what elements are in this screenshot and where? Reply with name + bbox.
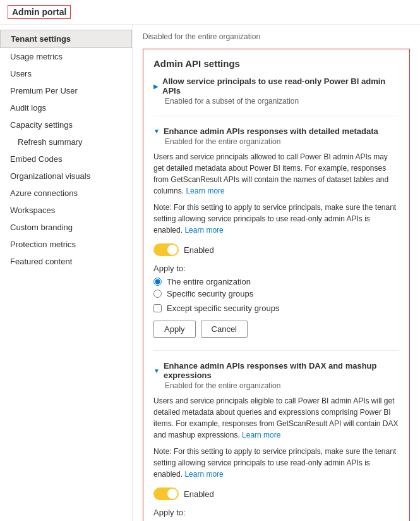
content-area: Disabled for the entire organization Adm…: [133, 25, 420, 521]
setting2-toggle-label: Enabled: [184, 245, 214, 255]
setting2-status: Enabled for the entire organization: [165, 137, 399, 146]
sidebar-item-protection-metrics[interactable]: Protection metrics: [0, 236, 132, 253]
setting2-except-groups: Except specific security groups: [153, 303, 399, 313]
sidebar-item-azure-connections[interactable]: Azure connections: [0, 185, 132, 202]
setting1-name: Allow service principals to use read-onl…: [162, 77, 399, 95]
setting2-name: Enhance admin APIs responses with detail…: [164, 126, 378, 136]
setting3-header[interactable]: ▼ Enhance admin APIs responses with DAX …: [153, 361, 399, 380]
setting2-apply-button[interactable]: Apply: [153, 321, 196, 338]
setting2-expand-icon: ▼: [153, 128, 160, 135]
content-status: Disabled for the entire organization: [143, 32, 410, 41]
sidebar-item-tenant-settings[interactable]: Tenant settings: [0, 30, 132, 48]
sidebar-item-workspaces[interactable]: Workspaces: [0, 202, 132, 219]
setting-enhance-metadata: ▼ Enhance admin APIs responses with deta…: [153, 126, 399, 338]
setting2-header[interactable]: ▼ Enhance admin APIs responses with deta…: [153, 126, 399, 136]
sidebar: Tenant settings Usage metrics Users Prem…: [0, 25, 133, 521]
setting2-radio-entire-org-input[interactable]: [153, 278, 162, 286]
setting2-toggle-row: Enabled: [153, 243, 399, 256]
setting2-button-row: Apply Cancel: [153, 321, 399, 338]
sidebar-item-featured-content[interactable]: Featured content: [0, 253, 132, 270]
sidebar-item-embed-codes[interactable]: Embed Codes: [0, 150, 132, 168]
setting2-note: Note: For this setting to apply to servi…: [153, 202, 399, 236]
sidebar-item-usage-metrics[interactable]: Usage metrics: [0, 48, 132, 65]
setting2-radio-entire-org-label: The entire organization: [167, 277, 251, 286]
setting2-toggle[interactable]: [153, 243, 179, 256]
setting2-radio-entire-org: The entire organization: [153, 277, 399, 286]
app-container: Admin portal Tenant settings Usage metri…: [0, 0, 420, 521]
admin-api-settings-section: Admin API settings ▶ Allow service princ…: [143, 49, 410, 521]
divider1: [153, 116, 399, 116]
setting2-except-label: Except specific security groups: [167, 303, 279, 313]
sidebar-item-premium-per-user[interactable]: Premium Per User: [0, 82, 132, 99]
sidebar-item-refresh-summary[interactable]: Refresh summary: [0, 133, 132, 150]
setting2-description: Users and service principals allowed to …: [153, 151, 399, 197]
setting-allow-service-principals: ▶ Allow service principals to use read-o…: [153, 77, 399, 106]
setting2-learn-more-link2[interactable]: Learn more: [184, 226, 223, 235]
setting3-toggle-label: Enabled: [184, 489, 214, 499]
section-title: Admin API settings: [153, 58, 399, 69]
setting2-except-checkbox[interactable]: [153, 304, 162, 312]
setting3-status: Enabled for the entire organization: [165, 381, 399, 390]
setting2-cancel-button[interactable]: Cancel: [201, 321, 248, 338]
setting3-toggle-row: Enabled: [153, 487, 399, 500]
sidebar-item-capacity-settings[interactable]: Capacity settings: [0, 116, 132, 133]
setting2-radio-specific-groups-input[interactable]: [153, 290, 162, 298]
setting2-apply-to-label: Apply to:: [153, 264, 399, 273]
sidebar-item-org-visuals[interactable]: Organizational visuals: [0, 168, 132, 185]
setting3-learn-more-link2[interactable]: Learn more: [184, 470, 223, 479]
setting3-learn-more-link1[interactable]: Learn more: [242, 431, 280, 439]
setting1-header[interactable]: ▶ Allow service principals to use read-o…: [153, 77, 399, 95]
app-title: Admin portal: [8, 5, 71, 19]
setting3-name: Enhance admin APIs responses with DAX an…: [164, 361, 399, 380]
sidebar-item-users[interactable]: Users: [0, 65, 132, 82]
sidebar-item-audit-logs[interactable]: Audit logs: [0, 99, 132, 116]
app-header: Admin portal: [0, 0, 420, 25]
main-layout: Tenant settings Usage metrics Users Prem…: [0, 25, 420, 521]
setting1-status: Enabled for a subset of the organization: [165, 97, 399, 106]
setting3-apply-to-label: Apply to:: [153, 508, 399, 517]
setting2-radio-group: The entire organization Specific securit…: [153, 277, 399, 298]
setting2-radio-specific-groups-label: Specific security groups: [167, 289, 253, 298]
divider2: [153, 350, 399, 351]
setting3-toggle[interactable]: [153, 487, 179, 500]
setting3-note: Note: For this setting to apply to servi…: [153, 446, 399, 480]
setting2-radio-specific-groups: Specific security groups: [153, 289, 399, 298]
setting3-expand-icon: ▼: [153, 367, 160, 374]
setting3-description: Users and service principals eligible to…: [153, 395, 399, 441]
setting-enhance-dax: ▼ Enhance admin APIs responses with DAX …: [153, 361, 399, 521]
setting2-learn-more-link1[interactable]: Learn more: [186, 187, 224, 195]
setting1-expand-icon: ▶: [153, 83, 159, 90]
sidebar-item-custom-branding[interactable]: Custom branding: [0, 219, 132, 236]
